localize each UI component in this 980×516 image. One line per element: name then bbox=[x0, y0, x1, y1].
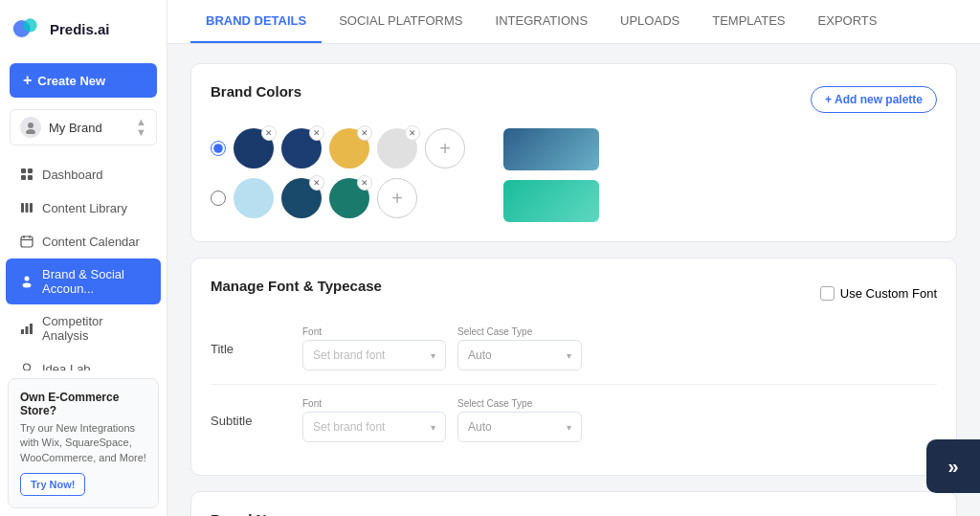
brand-name-label: My Brand bbox=[49, 121, 128, 135]
svg-point-20 bbox=[24, 364, 31, 370]
svg-point-3 bbox=[26, 129, 35, 134]
promo-box: Own E-Commerce Store? Try our New Integr… bbox=[8, 378, 159, 508]
color-row-1: ✕ ✕ ✕ ✕ + bbox=[211, 128, 465, 168]
color-swatch-yellow[interactable]: ✕ bbox=[329, 128, 369, 168]
logo-text: Predis.ai bbox=[50, 21, 110, 37]
sidebar-item-dashboard[interactable]: Dashboard bbox=[6, 158, 161, 191]
logo: Predis.ai bbox=[0, 0, 167, 57]
color-row-2-radio[interactable] bbox=[211, 191, 226, 206]
tab-exports[interactable]: EXPORTS bbox=[803, 0, 893, 43]
brand-name-card-title: Brand Name bbox=[211, 511, 937, 516]
brand-arrows-icon: ▲▼ bbox=[136, 117, 146, 138]
remove-color-button[interactable]: ✕ bbox=[261, 125, 277, 141]
logo-icon bbox=[11, 13, 42, 44]
svg-point-2 bbox=[28, 123, 33, 128]
create-new-label: Create New bbox=[37, 74, 105, 88]
svg-rect-8 bbox=[21, 203, 24, 213]
add-palette-button[interactable]: + Add new palette bbox=[811, 86, 937, 113]
brand-colors-title: Brand Colors bbox=[211, 83, 301, 100]
case-select-value: Auto bbox=[468, 348, 492, 362]
svg-rect-11 bbox=[21, 236, 33, 247]
fab-button[interactable]: » bbox=[926, 439, 980, 493]
color-swatch-navy-1[interactable]: ✕ bbox=[234, 128, 274, 168]
sidebar: Predis.ai + Create New My Brand ▲▼ Dashb… bbox=[0, 0, 167, 516]
calendar-icon bbox=[19, 234, 34, 249]
font-select-title[interactable]: Set brand font ▾ bbox=[302, 340, 446, 370]
chevron-down-icon: ▾ bbox=[567, 350, 571, 361]
library-icon bbox=[19, 200, 34, 215]
case-field-label: Select Case Type bbox=[457, 326, 582, 337]
case-field-label-subtitle: Select Case Type bbox=[457, 398, 582, 409]
color-row-2: ✕ ✕ + bbox=[211, 178, 465, 218]
use-custom-font-checkbox[interactable] bbox=[820, 286, 835, 301]
sidebar-item-label: Content Calendar bbox=[42, 235, 140, 249]
brand-selector[interactable]: My Brand ▲▼ bbox=[10, 109, 157, 146]
svg-rect-17 bbox=[21, 329, 24, 334]
sidebar-item-label: Brand & Social Accoun... bbox=[42, 267, 147, 296]
remove-color-button[interactable]: ✕ bbox=[309, 175, 324, 191]
promo-try-now-button[interactable]: Try Now! bbox=[20, 473, 85, 496]
font-select-subtitle[interactable]: Set brand font ▾ bbox=[302, 412, 446, 442]
font-row-subtitle: Subtitle Font Set brand font ▾ Select Ca… bbox=[211, 385, 937, 456]
color-swatch-lightblue[interactable] bbox=[234, 178, 274, 218]
remove-color-button[interactable]: ✕ bbox=[309, 125, 324, 141]
font-row-title: Title Font Set brand font ▾ Select Case … bbox=[211, 313, 937, 385]
tab-templates[interactable]: TEMPLATES bbox=[697, 0, 800, 43]
chevrons-right-icon: » bbox=[947, 456, 958, 478]
colors-grid: ✕ ✕ ✕ ✕ + bbox=[211, 128, 937, 222]
sidebar-item-idea-lab[interactable]: Idea Lab bbox=[6, 352, 161, 370]
font-field-wrap: Font Set brand font ▾ bbox=[302, 326, 446, 370]
remove-color-button[interactable]: ✕ bbox=[357, 175, 372, 191]
svg-point-1 bbox=[23, 18, 36, 32]
add-color-button-row2[interactable]: + bbox=[377, 178, 417, 218]
remove-color-button[interactable]: ✕ bbox=[405, 125, 420, 141]
chevron-down-icon: ▾ bbox=[431, 422, 435, 433]
tab-integrations[interactable]: INTEGRATIONS bbox=[480, 0, 604, 43]
palette-preview-1[interactable] bbox=[503, 128, 599, 170]
color-swatch-darkblue[interactable]: ✕ bbox=[281, 178, 322, 218]
add-color-button-row1[interactable]: + bbox=[425, 128, 465, 168]
color-row-1-radio[interactable] bbox=[211, 141, 226, 156]
palette-previews bbox=[503, 128, 599, 222]
color-swatch-navy-2[interactable]: ✕ bbox=[281, 128, 322, 168]
tab-uploads[interactable]: UPLOADS bbox=[605, 0, 695, 43]
svg-rect-18 bbox=[26, 326, 29, 334]
svg-point-16 bbox=[23, 283, 32, 288]
font-section-title: Manage Font & Typecase bbox=[211, 278, 382, 294]
font-select-placeholder-subtitle: Set brand font bbox=[313, 420, 385, 434]
font-select-placeholder: Set brand font bbox=[313, 348, 385, 362]
font-row-subtitle-label: Subtitle bbox=[211, 414, 287, 428]
color-swatch-teal[interactable]: ✕ bbox=[329, 178, 369, 218]
create-new-button[interactable]: + Create New bbox=[10, 63, 157, 98]
svg-rect-5 bbox=[28, 168, 33, 173]
sidebar-item-content-calendar[interactable]: Content Calendar bbox=[6, 225, 161, 258]
use-custom-font-wrap: Use Custom Font bbox=[820, 286, 937, 301]
dashboard-icon bbox=[19, 167, 34, 182]
svg-rect-7 bbox=[28, 175, 33, 180]
sidebar-item-label: Idea Lab bbox=[42, 362, 91, 370]
case-field-wrap-subtitle: Select Case Type Auto ▾ bbox=[457, 398, 582, 442]
font-card: Manage Font & Typecase Use Custom Font T… bbox=[190, 258, 957, 476]
promo-text: Try our New Integrations with Wix, Squar… bbox=[20, 421, 146, 465]
remove-color-button[interactable]: ✕ bbox=[357, 125, 372, 141]
font-select-group-title: Font Set brand font ▾ Select Case Type A… bbox=[302, 326, 937, 370]
chart-icon bbox=[19, 321, 34, 336]
sidebar-item-competitor-analysis[interactable]: Competitor Analysis bbox=[6, 305, 161, 351]
sidebar-item-label: Content Library bbox=[42, 201, 127, 215]
svg-rect-19 bbox=[30, 324, 33, 334]
svg-rect-10 bbox=[30, 203, 33, 213]
case-select-subtitle[interactable]: Auto ▾ bbox=[457, 412, 582, 442]
sidebar-item-content-library[interactable]: Content Library bbox=[6, 191, 161, 224]
tab-brand-details[interactable]: BRAND DETAILS bbox=[190, 0, 322, 43]
sidebar-item-brand-social[interactable]: Brand & Social Accoun... bbox=[6, 258, 161, 304]
svg-point-15 bbox=[25, 277, 30, 281]
top-tabs: BRAND DETAILS SOCIAL PLATFORMS INTEGRATI… bbox=[167, 0, 980, 44]
brand-icon bbox=[19, 274, 34, 289]
color-swatch-light[interactable]: ✕ bbox=[377, 128, 417, 168]
case-select-title[interactable]: Auto ▾ bbox=[457, 340, 582, 370]
palette-preview-2[interactable] bbox=[503, 180, 599, 222]
tab-social-platforms[interactable]: SOCIAL PLATFORMS bbox=[323, 0, 478, 43]
brand-avatar bbox=[20, 117, 41, 138]
brand-colors-header: Brand Colors + Add new palette bbox=[211, 83, 937, 115]
chevron-down-icon: ▾ bbox=[431, 350, 435, 361]
